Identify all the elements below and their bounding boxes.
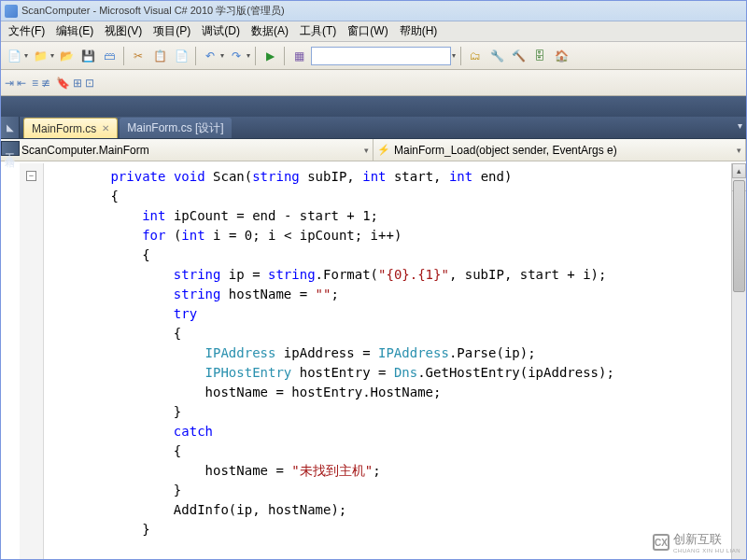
class-name: ScanComputer.MainForm [21, 144, 149, 157]
method-icon: ⚡ [377, 144, 390, 157]
uncomment-icon[interactable]: ≢ [41, 77, 50, 90]
member-name: MainForm_Load(object sender, EventArgs e… [394, 144, 617, 157]
format-icon[interactable]: ⊞ [73, 77, 82, 90]
code-nav-bar: 🔧 ScanComputer.MainForm ▾ ⚡ MainForm_Loa… [1, 139, 746, 161]
menu-help[interactable]: 帮助(H) [396, 21, 442, 41]
tab-label: MainForm.cs [设计] [127, 120, 223, 136]
dark-strip [1, 96, 746, 117]
fold-toggle[interactable]: − [26, 171, 36, 181]
chevron-down-icon: ▾ [364, 146, 369, 155]
menu-edit[interactable]: 编辑(E) [52, 21, 97, 41]
misc-icon[interactable]: ⊡ [85, 77, 94, 90]
window-title: ScanComputer - Microsoft Visual C# 2010 … [21, 4, 285, 18]
menu-data[interactable]: 数据(A) [247, 21, 292, 41]
tab-mainform-design[interactable]: MainForm.cs [设计] [120, 118, 231, 138]
class-selector[interactable]: 🔧 ScanComputer.MainForm ▾ [1, 139, 374, 161]
cut-icon[interactable]: ✂ [129, 47, 148, 65]
solution-explorer-icon[interactable]: 🗂 [466, 47, 485, 65]
redo-icon[interactable]: ↷ [227, 47, 246, 65]
paste-icon[interactable]: 📄 [172, 47, 190, 65]
menu-view[interactable]: 视图(V) [101, 21, 146, 41]
toolbar-text: ⇥ ⇤ ≡ ≢ 🔖 ⊞ ⊡ [1, 70, 746, 96]
watermark-sub: CHUANG XIN HU LIAN [673, 548, 740, 553]
comment-icon[interactable]: ▦ [289, 47, 308, 65]
scroll-thumb[interactable] [733, 180, 745, 292]
menu-debug[interactable]: 调试(D) [198, 21, 244, 41]
undo-icon[interactable]: ↶ [201, 47, 219, 65]
code-editor[interactable]: − private void Scan(string subIP, int st… [20, 163, 746, 559]
side-tab-arrow[interactable]: ◣ [1, 117, 20, 138]
tab-overflow-icon[interactable]: ▾ [738, 120, 742, 131]
start-page-icon[interactable]: 🏠 [552, 47, 571, 65]
tab-label: MainForm.cs [32, 122, 96, 135]
add-item-icon[interactable]: 📁 [31, 47, 49, 65]
chevron-down-icon: ▾ [737, 146, 741, 155]
close-tab-icon[interactable]: ✕ [102, 123, 109, 133]
code-gutter[interactable]: − [20, 163, 44, 559]
menu-project[interactable]: 项目(P) [149, 21, 194, 41]
menu-tools[interactable]: 工具(T) [296, 21, 340, 41]
titlebar: ScanComputer - Microsoft Visual C# 2010 … [1, 1, 746, 21]
open-icon[interactable]: 📂 [57, 47, 76, 65]
start-debug-icon[interactable]: ▶ [261, 47, 279, 65]
app-icon [5, 5, 18, 18]
document-tabbar: ◣ MainForm.cs ✕ MainForm.cs [设计] ▾ [1, 117, 746, 139]
new-project-icon[interactable]: 📄 [5, 47, 23, 65]
outdent-icon[interactable]: ⇤ [17, 77, 26, 90]
toolbox-panel-tab[interactable]: 工具箱 [1, 141, 20, 156]
watermark: CX 创新互联 CHUANG XIN HU LIAN [653, 531, 740, 553]
save-all-icon[interactable]: 🗃 [100, 47, 119, 65]
vertical-scrollbar[interactable]: ▴ ─ [731, 163, 746, 559]
indent-icon[interactable]: ⇥ [5, 77, 14, 90]
menu-window[interactable]: 窗口(W) [344, 21, 391, 41]
comment-out-icon[interactable]: ≡ [32, 77, 38, 90]
watermark-text: 创新互联 [673, 531, 740, 548]
watermark-logo: CX [653, 534, 669, 551]
find-combo[interactable] [311, 47, 451, 65]
tab-mainform-cs[interactable]: MainForm.cs ✕ [23, 118, 118, 138]
code-content[interactable]: private void Scan(string subIP, int star… [44, 163, 731, 559]
object-browser-icon[interactable]: 🗄 [530, 47, 549, 65]
bookmark-icon[interactable]: 🔖 [56, 77, 70, 90]
member-selector[interactable]: ⚡ MainForm_Load(object sender, EventArgs… [374, 139, 746, 161]
properties-icon[interactable]: 🔧 [487, 47, 506, 65]
toolbox-icon[interactable]: 🔨 [509, 47, 528, 65]
menu-file[interactable]: 文件(F) [5, 21, 49, 41]
menubar: 文件(F) 编辑(E) 视图(V) 项目(P) 调试(D) 数据(A) 工具(T… [1, 21, 746, 42]
scroll-up-icon[interactable]: ▴ [732, 163, 746, 178]
toolbar-main: 📄▾ 📁▾ 📂 💾 🗃 ✂ 📋 📄 ↶▾ ↷▾ ▶ ▦ ▾ 🗂 🔧 🔨 🗄 🏠 [1, 42, 746, 70]
copy-icon[interactable]: 📋 [150, 47, 169, 65]
save-icon[interactable]: 💾 [78, 47, 97, 65]
